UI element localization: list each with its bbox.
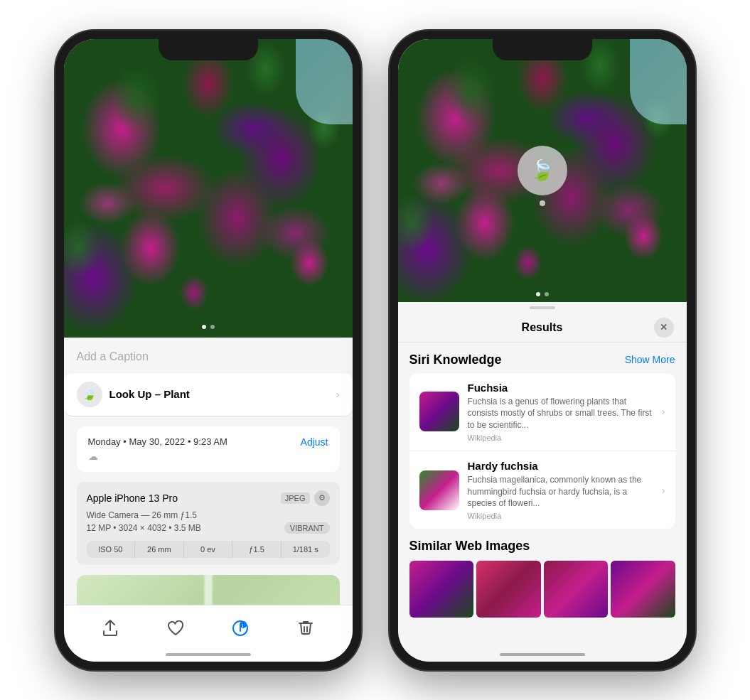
dot-1: [202, 325, 206, 329]
notch-2: [493, 39, 592, 60]
jpeg-badge: JPEG: [281, 492, 310, 504]
lookup-icon: 🍃: [77, 382, 102, 407]
exif-row: ISO 50 26 mm 0 ev ƒ1.5 1/181 s: [87, 541, 330, 558]
hardy-text: Hardy fuchsia Fuchsia magellanica, commo…: [468, 460, 653, 520]
fuchsia-text: Fuchsia Fuchsia is a genus of flowering …: [468, 382, 653, 442]
similar-section: Similar Web Images: [409, 529, 675, 623]
similar-images: [409, 561, 675, 618]
svg-text:i: i: [242, 623, 244, 628]
vibrant-badge: VIBRANT: [284, 522, 330, 534]
camera-name: Apple iPhone 13 Pro: [87, 492, 178, 504]
show-more-button[interactable]: Show More: [625, 354, 675, 365]
lookup-text: Look Up – Plant: [109, 388, 190, 400]
camera-section: Apple iPhone 13 Pro JPEG ⚙ Wide Camera —…: [77, 482, 340, 565]
similar-img-4[interactable]: [611, 561, 675, 618]
info-button[interactable]: i: [227, 615, 253, 641]
knowledge-item-1[interactable]: Fuchsia Fuchsia is a genus of flowering …: [409, 373, 675, 451]
hardy-source: Wikipedia: [468, 512, 653, 520]
siri-knowledge-header: Siri Knowledge Show More: [409, 343, 675, 373]
siri-knowledge-title: Siri Knowledge: [409, 352, 502, 367]
gear-badge[interactable]: ⚙: [314, 490, 330, 506]
knowledge-card: Fuchsia Fuchsia is a genus of flowering …: [409, 373, 675, 529]
results-panel: Results ✕ Siri Knowledge Show More: [398, 302, 687, 662]
camera-wide: Wide Camera — 26 mm ƒ1.5: [87, 510, 330, 520]
dot2-1: [536, 292, 540, 296]
siri-leaf-icon: 🍃: [530, 158, 555, 182]
fuchsia-desc: Fuchsia is a genus of flowering plants t…: [468, 396, 653, 431]
exif-iso: ISO 50: [87, 541, 136, 558]
similar-img-3[interactable]: [544, 561, 609, 618]
mp-info: 12 MP • 3024 × 4032 • 3.5 MB: [87, 523, 201, 533]
exif-shutter: 1/181 s: [282, 541, 330, 558]
caption-input[interactable]: Add a Caption: [77, 338, 340, 373]
lookup-bold: Look Up –: [109, 388, 161, 400]
lookup-rest: Plant: [161, 388, 190, 400]
exif-ev: 0 ev: [184, 541, 233, 558]
leaf-icon: 🍃: [82, 387, 97, 401]
notch-1: [159, 39, 258, 60]
like-button[interactable]: [163, 615, 188, 641]
dot-2: [210, 325, 215, 329]
home-indicator-2: [500, 653, 585, 656]
map-roads: [77, 575, 340, 605]
hardy-desc: Fuchsia magellanica, commonly known as t…: [468, 474, 653, 510]
fuchsia-source: Wikipedia: [468, 434, 653, 442]
hardy-thumb: [419, 470, 459, 510]
similar-img-1[interactable]: [409, 561, 474, 618]
similar-img-2[interactable]: [476, 561, 541, 618]
phone-1: Add a Caption 🍃 Look Up – Plant › Monday…: [55, 31, 361, 670]
lookup-row[interactable]: 🍃 Look Up – Plant ›: [64, 373, 353, 416]
fuchsia-thumb: [419, 392, 459, 431]
siri-dot: [540, 200, 545, 206]
home-indicator-1: [166, 653, 251, 656]
results-header-wrapper: Results ✕: [398, 302, 687, 343]
sky-background-1: [296, 39, 353, 124]
knowledge-item-2[interactable]: Hardy fuchsia Fuchsia magellanica, commo…: [409, 451, 675, 529]
hardy-name: Hardy fuchsia: [468, 460, 653, 472]
share-button[interactable]: [97, 615, 123, 641]
map-area[interactable]: [77, 575, 340, 605]
results-close-button[interactable]: ✕: [654, 318, 674, 338]
exif-focal: 26 mm: [135, 541, 184, 558]
info-section: Monday • May 30, 2022 • 9:23 AM Adjust ☁: [77, 426, 340, 472]
camera-badges: JPEG ⚙: [281, 490, 330, 506]
sky-background-2: [630, 39, 687, 124]
drag-handle: [530, 306, 555, 309]
cloud-icon: ☁: [88, 451, 98, 462]
similar-title: Similar Web Images: [409, 539, 675, 554]
lookup-chevron: ›: [336, 389, 340, 400]
exif-aperture: ƒ1.5: [232, 541, 282, 558]
photo-area-2: 🍃: [398, 39, 687, 302]
siri-button[interactable]: 🍃: [518, 146, 567, 195]
dot2-2: [545, 292, 549, 296]
date-text: Monday • May 30, 2022 • 9:23 AM: [88, 436, 227, 447]
adjust-button[interactable]: Adjust: [301, 436, 328, 448]
fuchsia-chevron: ›: [662, 406, 665, 417]
photo-area-1: [64, 39, 353, 338]
photo-dots: [202, 325, 215, 329]
content-area-1: Add a Caption 🍃 Look Up – Plant › Monday…: [64, 338, 353, 605]
results-content: Siri Knowledge Show More Fuchsia Fuchsia…: [398, 343, 687, 662]
delete-button[interactable]: [293, 615, 318, 641]
photo-dots-2: [536, 292, 549, 296]
results-header: Results ✕: [398, 311, 687, 343]
results-title: Results: [431, 321, 654, 334]
phones-container: Add a Caption 🍃 Look Up – Plant › Monday…: [55, 31, 695, 670]
hardy-chevron: ›: [662, 485, 665, 496]
phone-2: 🍃 Results ✕: [390, 31, 695, 670]
fuchsia-name: Fuchsia: [468, 382, 653, 394]
